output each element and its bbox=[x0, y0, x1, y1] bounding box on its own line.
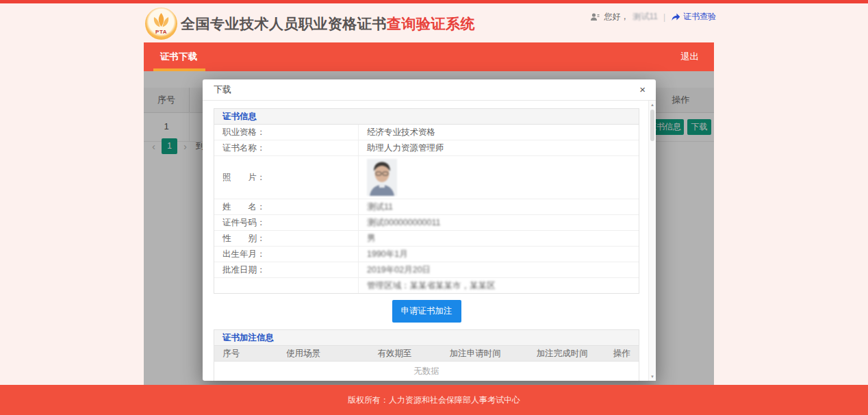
annotation-section-title: 证书加注信息 bbox=[214, 330, 639, 346]
pta-logo: PTA bbox=[145, 8, 177, 40]
certificate-verify-label: 证书查验 bbox=[683, 11, 716, 23]
row-value-redacted: 管理区域：某某省某某市，某某区 bbox=[359, 278, 639, 293]
annotation-col-valid-until: 有效期至 bbox=[359, 346, 431, 361]
certificate-info-section-title: 证书信息 bbox=[214, 109, 639, 125]
info-row-certificate-name: 证书名称： 助理人力资源管理师 bbox=[214, 140, 639, 156]
no-data-text: 无数据 bbox=[214, 362, 639, 381]
scroll-down-icon[interactable]: ▼ bbox=[649, 373, 656, 380]
user-icon bbox=[590, 12, 600, 22]
modal-body: 证书信息 职业资格： 经济专业技术资格 证书名称： 助理人力资源管理师 照 片： bbox=[203, 101, 649, 381]
row-label bbox=[214, 278, 359, 293]
row-label: 批准日期： bbox=[214, 262, 359, 277]
annotation-col-index: 序号 bbox=[214, 346, 248, 361]
modal-header: 下载 × bbox=[203, 79, 656, 101]
logout-button[interactable]: 退出 bbox=[680, 42, 699, 71]
row-label: 证书名称： bbox=[214, 140, 359, 155]
page: PTA 全国专业技术人员职业资格证书查询验证系统 您好， 测试11 | 证书查验… bbox=[0, 0, 868, 415]
share-arrow-icon bbox=[671, 12, 680, 21]
scrollbar-thumb[interactable] bbox=[650, 110, 654, 141]
modal-scrollbar[interactable]: ▲ ▼ bbox=[648, 101, 656, 381]
annotation-col-complete-time: 加注完成时间 bbox=[520, 346, 604, 361]
welcome-prefix: 您好， bbox=[604, 11, 628, 23]
info-row-id-number: 证件号码： 测试000000000011 bbox=[214, 215, 639, 231]
info-row-approval-date: 批准日期： 2019年02月20日 bbox=[214, 262, 639, 278]
row-value-redacted: 2019年02月20日 bbox=[359, 262, 639, 277]
info-row-gender: 性 别： 男 bbox=[214, 231, 639, 247]
annotation-table-header: 序号 使用场景 有效期至 加注申请时间 加注完成时间 操作 bbox=[214, 346, 639, 362]
top-red-strip bbox=[0, 0, 868, 3]
info-row-birth-date: 出生年月： 1990年1月 bbox=[214, 247, 639, 262]
brand-header: PTA 全国专业技术人员职业资格证书查询验证系统 bbox=[145, 8, 475, 40]
row-value: 助理人力资源管理师 bbox=[359, 140, 639, 155]
row-value-redacted: 男 bbox=[359, 231, 639, 246]
close-icon[interactable]: × bbox=[639, 79, 646, 100]
page-title: 全国专业技术人员职业资格证书查询验证系统 bbox=[181, 14, 475, 34]
annotation-col-action: 操作 bbox=[604, 346, 639, 361]
row-value bbox=[359, 156, 639, 199]
annotation-col-scenario: 使用场景 bbox=[248, 346, 359, 361]
page-title-main: 全国专业技术人员职业资格证书 bbox=[181, 16, 387, 32]
row-value-redacted: 测试000000000011 bbox=[359, 215, 639, 230]
row-label: 证件号码： bbox=[214, 215, 359, 230]
row-value-redacted: 测试11 bbox=[359, 199, 639, 214]
info-row-region: 管理区域：某某省某某市，某某区 bbox=[214, 278, 639, 293]
logo-text: PTA bbox=[145, 29, 177, 35]
certificate-verify-link[interactable]: 证书查验 bbox=[671, 11, 716, 23]
apply-annotation-button[interactable]: 申请证书加注 bbox=[392, 300, 461, 323]
nav-bar: 证书下载 退出 bbox=[144, 42, 714, 71]
info-row-name: 姓 名： 测试11 bbox=[214, 199, 639, 215]
row-value: 经济专业技术资格 bbox=[359, 125, 639, 140]
user-bar: 您好， 测试11 | 证书查验 bbox=[590, 11, 716, 23]
modal-title: 下载 bbox=[214, 79, 231, 100]
info-row-qualification: 职业资格： 经济专业技术资格 bbox=[214, 125, 639, 140]
certificate-info-box: 证书信息 职业资格： 经济专业技术资格 证书名称： 助理人力资源管理师 照 片： bbox=[214, 108, 639, 294]
certificate-photo bbox=[367, 159, 397, 196]
row-label: 性 别： bbox=[214, 231, 359, 246]
tab-certificate-download[interactable]: 证书下载 bbox=[160, 42, 197, 71]
copyright-text: 版权所有：人力资源和社会保障部人事考试中心 bbox=[348, 395, 520, 405]
annotate-button-wrap: 申请证书加注 bbox=[214, 300, 639, 323]
footer: 版权所有：人力资源和社会保障部人事考试中心 bbox=[0, 385, 868, 415]
info-row-photo: 照 片： bbox=[214, 156, 639, 199]
scroll-up-icon[interactable]: ▲ bbox=[649, 101, 656, 108]
row-label: 出生年月： bbox=[214, 247, 359, 262]
download-modal: 下载 × 证书信息 职业资格： 经济专业技术资格 证书名称： 助理人力资源管理师… bbox=[203, 79, 656, 381]
welcome-name-redacted: 测试11 bbox=[633, 11, 657, 23]
row-value-redacted: 1990年1月 bbox=[359, 247, 639, 262]
page-title-accent: 查询验证系统 bbox=[387, 16, 475, 32]
divider: | bbox=[663, 12, 665, 22]
annotation-col-apply-time: 加注申请时间 bbox=[431, 346, 520, 361]
row-label: 姓 名： bbox=[214, 199, 359, 214]
row-label: 照 片： bbox=[214, 156, 359, 199]
annotation-info-box: 证书加注信息 序号 使用场景 有效期至 加注申请时间 加注完成时间 操作 无数据 bbox=[214, 329, 639, 381]
row-label: 职业资格： bbox=[214, 125, 359, 140]
